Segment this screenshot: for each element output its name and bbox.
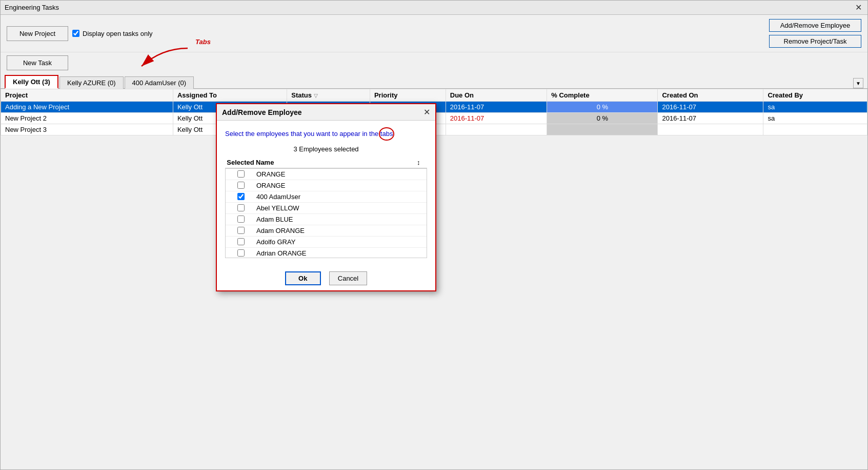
col-header-assigned-to: Assigned To <box>173 89 287 102</box>
add-remove-employee-dialog: Add/Remove Employee ✕ Select the employe… <box>216 103 436 291</box>
employee-list-item[interactable]: Abel YELLOW <box>226 203 427 214</box>
employee-checkbox[interactable] <box>237 204 245 211</box>
employee-name: Adam BLUE <box>256 216 427 223</box>
tabs-row: Kelly Ott (3) Kelly AZURE (0) 400 AdamUs… <box>1 74 867 89</box>
new-task-button[interactable]: New Task <box>7 55 68 70</box>
title-bar: Engineering Tasks ✕ <box>1 1 867 15</box>
display-open-tasks-checkbox[interactable] <box>72 30 79 37</box>
modal-instruction: Select the employees that you want to ap… <box>225 129 427 139</box>
tab-kelly-ott[interactable]: Kelly Ott (3) <box>5 75 58 89</box>
modal-title-bar: Add/Remove Employee ✕ <box>217 104 435 121</box>
employee-checkbox[interactable] <box>237 182 245 189</box>
header-name: Name <box>256 159 417 166</box>
toolbar-right: Add/Remove Employee Remove Project/Task <box>769 19 861 48</box>
modal-close-button[interactable]: ✕ <box>423 107 430 117</box>
remove-project-task-button[interactable]: Remove Project/Task <box>769 35 861 48</box>
close-button[interactable]: ✕ <box>853 3 863 13</box>
main-window: Engineering Tasks ✕ New Project Display … <box>0 0 868 470</box>
add-remove-employee-button[interactable]: Add/Remove Employee <box>769 19 861 32</box>
employee-checkbox[interactable] <box>237 249 245 257</box>
employee-list-item[interactable]: ORANGE <box>226 169 427 180</box>
col-header-project: Project <box>1 89 173 102</box>
col-header-priority: Priority <box>370 89 446 102</box>
employee-count: 3 Employees selected <box>225 145 427 153</box>
display-open-tasks-label: Display open tasks only <box>72 30 153 37</box>
employee-list[interactable]: ORANGEORANGE400 AdamUserAbel YELLOWAdam … <box>225 168 427 258</box>
employee-name: Adolfo GRAY <box>256 238 427 246</box>
employee-checkbox[interactable] <box>237 227 245 234</box>
tab-kelly-azure[interactable]: Kelly AZURE (0) <box>59 76 124 89</box>
employee-name: 400 AdamUser <box>256 193 427 201</box>
employee-list-item[interactable]: ORANGE <box>226 180 427 191</box>
table-header-row: Project Assigned To Status ▽ Priority Du… <box>1 89 867 102</box>
new-project-button[interactable]: New Project <box>7 26 68 41</box>
ok-button[interactable]: Ok <box>285 271 321 285</box>
col-header-percent-complete: % Complete <box>547 89 658 102</box>
employee-checkbox[interactable] <box>237 193 245 200</box>
employee-name: Abel YELLOW <box>256 204 427 212</box>
col-header-status: Status ▽ <box>287 89 370 102</box>
employee-list-item[interactable]: Adam BLUE <box>226 214 427 225</box>
employee-list-item[interactable]: 400 AdamUser <box>226 191 427 203</box>
modal-footer: Ok Cancel <box>217 266 435 290</box>
tabs-dropdown-button[interactable]: ▼ <box>853 78 863 88</box>
employee-list-item[interactable]: Adam ORANGE <box>226 225 427 237</box>
window-title: Engineering Tasks <box>5 4 59 11</box>
list-header: Selected Name ↕ <box>225 157 427 168</box>
col-header-created-on: Created On <box>658 89 763 102</box>
modal-title: Add/Remove Employee <box>222 108 302 116</box>
cancel-button[interactable]: Cancel <box>329 271 367 285</box>
header-sort-icon: ↕ <box>417 159 427 166</box>
employee-name: ORANGE <box>256 182 427 189</box>
new-task-row: New Task <box>1 52 867 74</box>
employee-list-item[interactable]: Adrian ORANGE <box>226 248 427 258</box>
employee-checkbox[interactable] <box>237 216 245 223</box>
col-header-due-on: Due On <box>446 89 547 102</box>
employee-checkbox[interactable] <box>237 170 245 178</box>
employee-name: ORANGE <box>256 170 427 178</box>
employee-name: Adam ORANGE <box>256 227 427 234</box>
modal-body: Select the employees that you want to ap… <box>217 121 435 266</box>
col-header-created-by: Created By <box>763 89 867 102</box>
tabs-word-highlighted: tabs <box>380 129 393 139</box>
employee-checkbox[interactable] <box>237 238 245 245</box>
header-selected: Selected <box>225 159 256 166</box>
employee-list-item[interactable]: Adolfo GRAY <box>226 237 427 248</box>
toolbar: New Project Display open tasks only Add/… <box>1 15 867 52</box>
tab-400-adamuser[interactable]: 400 AdamUser (0) <box>125 76 194 89</box>
employee-name: Adrian ORANGE <box>256 249 427 257</box>
